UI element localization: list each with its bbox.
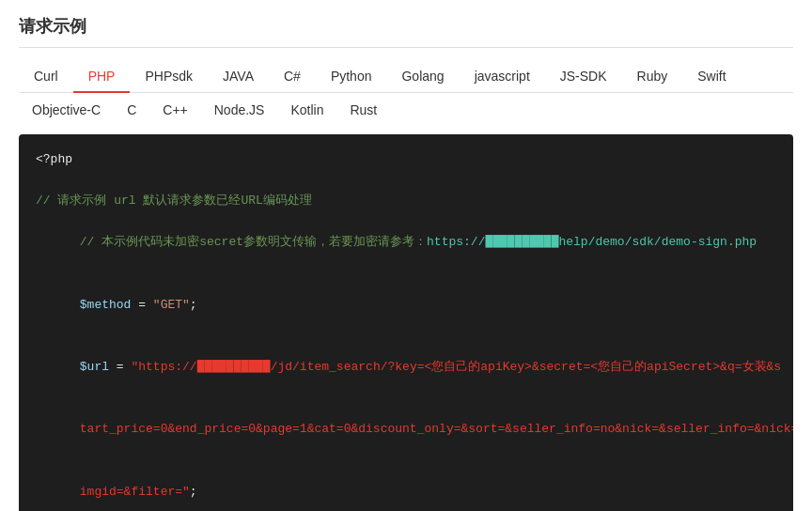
- tabs-row2: Objective-C C C++ Node.JS Kotlin Rust: [19, 93, 793, 123]
- tab-python[interactable]: Python: [316, 61, 387, 92]
- tab-jssdk[interactable]: JS-SDK: [545, 61, 622, 92]
- code-opening-tag: <?php: [36, 149, 776, 170]
- tab-swift[interactable]: Swift: [682, 61, 741, 92]
- page-container: 请求示例 Curl PHP PHPsdk JAVA C# Python Gola…: [0, 0, 812, 511]
- tab-objc[interactable]: Objective-C: [19, 97, 114, 123]
- tab-cpp[interactable]: C++: [149, 97, 200, 123]
- tab-csharp[interactable]: C#: [269, 61, 316, 92]
- code-url2: tart_price=0&end_price=0&page=1&cat=0&di…: [36, 398, 776, 460]
- tabs-row1: Curl PHP PHPsdk JAVA C# Python Golang ja…: [19, 61, 793, 93]
- code-comment2: // 本示例代码未加密secret参数明文传输，若要加密请参考：https://…: [36, 211, 776, 273]
- tab-c[interactable]: C: [114, 97, 149, 123]
- tab-nodejs[interactable]: Node.JS: [201, 97, 278, 123]
- tab-curl[interactable]: Curl: [19, 61, 73, 92]
- tab-java[interactable]: JAVA: [208, 61, 269, 92]
- code-block: <?php // 请求示例 url 默认请求参数已经URL编码处理 // 本示例…: [19, 134, 793, 511]
- tab-rust[interactable]: Rust: [336, 97, 390, 123]
- code-empty-1: [36, 170, 776, 191]
- tab-ruby[interactable]: Ruby: [622, 61, 683, 92]
- code-url1: $url = "https://██████████/jd/item_searc…: [36, 336, 776, 398]
- page-title: 请求示例: [19, 15, 793, 48]
- code-method: $method = "GET";: [36, 274, 776, 336]
- tab-kotlin[interactable]: Kotlin: [277, 97, 336, 123]
- tab-phpsdk[interactable]: PHPsdk: [130, 61, 208, 92]
- code-comment1: // 请求示例 url 默认请求参数已经URL编码处理: [36, 191, 776, 211]
- tab-php[interactable]: PHP: [73, 61, 131, 93]
- tab-javascript[interactable]: javascript: [460, 61, 545, 92]
- code-url3: imgid=&filter=";: [36, 460, 776, 511]
- tab-golang[interactable]: Golang: [386, 61, 459, 92]
